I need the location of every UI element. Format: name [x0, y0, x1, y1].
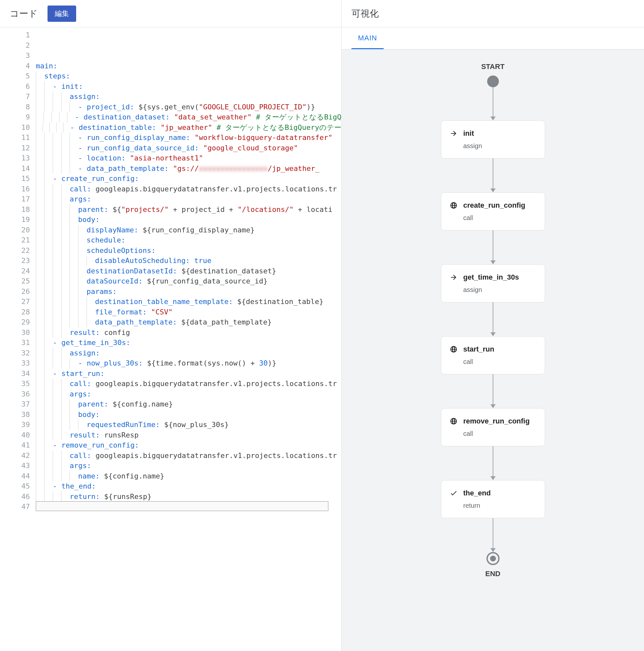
code-line[interactable]: - run_config_data_source_id: "google_clo… — [36, 143, 341, 153]
code-line[interactable]: body: — [36, 409, 341, 420]
code-line[interactable]: file_format: "CSV" — [36, 307, 341, 317]
code-panel: コード 編集 123456789101112131415161718192021… — [0, 0, 342, 651]
line-number: 41 — [0, 440, 30, 451]
line-number: 18 — [0, 205, 30, 215]
code-line[interactable]: - project_id: ${sys.get_env("GOOGLE_CLOU… — [36, 102, 341, 112]
line-number: 17 — [0, 194, 30, 205]
line-number: 15 — [0, 174, 30, 184]
line-number: 23 — [0, 255, 30, 266]
line-number: 11 — [0, 132, 30, 143]
workflow-node-init[interactable]: initassign — [441, 120, 545, 158]
line-number: 13 — [0, 153, 30, 163]
code-line[interactable]: call: googleapis.bigquerydatatransfer.v1… — [36, 451, 341, 461]
line-number: 16 — [0, 184, 30, 194]
code-line[interactable]: schedule: — [36, 235, 341, 245]
viz-header: 可視化 — [342, 0, 644, 27]
node-title: start_run — [463, 345, 494, 353]
code-line[interactable]: destinationDatasetId: ${destination_data… — [36, 266, 341, 276]
workflow-node-start_run[interactable]: start_runcall — [441, 336, 545, 374]
code-line[interactable]: call: googleapis.bigquerydatatransfer.v1… — [36, 378, 341, 389]
code-line[interactable]: call: googleapis.bigquerydatatransfer.v1… — [36, 184, 341, 194]
code-line[interactable]: result: config — [36, 328, 341, 338]
workflow-node-remove_run_config[interactable]: remove_run_configcall — [441, 408, 545, 446]
code-line[interactable]: return: ${runsResp} — [36, 492, 341, 502]
code-line[interactable]: args: — [36, 461, 341, 471]
line-number: 1 — [0, 30, 30, 40]
code-line[interactable]: params: — [36, 286, 341, 297]
edit-button[interactable]: 編集 — [47, 5, 76, 22]
code-line[interactable]: requestedRunTime: ${now_plus_30s} — [36, 420, 341, 430]
code-line[interactable]: data_path_template: ${data_path_template… — [36, 317, 341, 328]
line-number: 38 — [0, 409, 30, 420]
code-line[interactable]: - destination_dataset: "data_set_weather… — [36, 112, 341, 122]
code-line[interactable]: main: — [36, 61, 341, 71]
node-subtitle: call — [450, 430, 536, 437]
globe-icon — [450, 202, 457, 209]
code-line[interactable]: parent: ${config.name} — [36, 399, 341, 409]
code-line[interactable] — [36, 532, 341, 543]
code-line[interactable]: scheduleOptions: — [36, 245, 341, 256]
cursor-line — [36, 501, 328, 511]
line-number: 34 — [0, 369, 30, 379]
flow-arrow — [493, 158, 493, 192]
line-number: 6 — [0, 82, 30, 92]
code-line[interactable]: args: — [36, 194, 341, 205]
node-title: init — [463, 129, 474, 138]
line-number: 42 — [0, 451, 30, 461]
code-line[interactable]: result: runsResp — [36, 430, 341, 440]
line-number: 45 — [0, 481, 30, 492]
line-number: 19 — [0, 215, 30, 225]
tab-main[interactable]: MAIN — [351, 28, 384, 49]
globe-icon — [450, 345, 457, 353]
code-line[interactable]: displayName: ${run_config_display_name} — [36, 225, 341, 235]
line-number: 29 — [0, 317, 30, 328]
arrow-icon — [450, 273, 457, 281]
workflow-node-get_time_in_30s[interactable]: get_time_in_30sassign — [441, 264, 545, 302]
code-line[interactable]: - now_plus_30s: ${time.format(sys.now() … — [36, 358, 341, 369]
code-line[interactable]: assign: — [36, 91, 341, 102]
code-line[interactable]: - create_run_config: — [36, 174, 341, 184]
code-line[interactable]: - init: — [36, 82, 341, 92]
code-line[interactable]: parent: ${"projects/" + project_id + "/l… — [36, 205, 341, 215]
code-line[interactable] — [36, 512, 341, 522]
code-line[interactable]: - destination_table: "jp_weather" # ターゲッ… — [36, 122, 341, 133]
line-number: 39 — [0, 420, 30, 430]
code-line[interactable]: destination_table_name_template: ${desti… — [36, 297, 341, 307]
flow-arrow — [493, 302, 493, 336]
code-line[interactable]: - data_path_template: "gs://xxxxxxxxxxxx… — [36, 163, 341, 174]
code-line[interactable]: args: — [36, 389, 341, 399]
end-node — [486, 552, 500, 565]
code-line[interactable]: - remove_run_config: — [36, 440, 341, 451]
workflow-node-the_end[interactable]: the_endreturn — [441, 480, 545, 518]
code-line[interactable]: - run_config_display_name: "workflow-big… — [36, 132, 341, 143]
workflow-diagram[interactable]: STARTinitassigncreate_run_configcallget_… — [342, 50, 644, 651]
code-editor[interactable]: 1234567891011121314151617181920212223242… — [0, 27, 341, 651]
code-line[interactable]: steps: — [36, 71, 341, 82]
viz-panel: 可視化 MAIN STARTinitassigncreate_run_confi… — [342, 0, 644, 651]
code-line[interactable]: - get_time_in_30s: — [36, 338, 341, 348]
code-line[interactable]: assign: — [36, 348, 341, 359]
viz-tabs: MAIN — [342, 27, 644, 50]
code-line[interactable]: body: — [36, 215, 341, 225]
code-line[interactable]: dataSourceId: ${run_config_data_source_i… — [36, 276, 341, 286]
code-lines[interactable]: main:steps:- init:assign:- project_id: $… — [36, 27, 341, 651]
line-number: 31 — [0, 338, 30, 348]
line-number: 14 — [0, 163, 30, 174]
line-number: 9 — [0, 112, 30, 122]
line-number: 43 — [0, 461, 30, 471]
line-number: 40 — [0, 430, 30, 440]
code-line[interactable]: name: ${config.name} — [36, 471, 341, 482]
code-line[interactable]: - the_end: — [36, 481, 341, 492]
workflow-node-create_run_config[interactable]: create_run_configcall — [441, 192, 545, 230]
node-title: create_run_config — [463, 201, 525, 210]
copy-icon[interactable] — [319, 32, 328, 42]
line-gutter: 1234567891011121314151617181920212223242… — [0, 27, 36, 651]
code-line[interactable]: - start_run: — [36, 369, 341, 379]
line-number: 35 — [0, 378, 30, 389]
code-line[interactable] — [36, 522, 341, 532]
code-line[interactable]: - location: "asia-northeast1" — [36, 153, 341, 163]
arrow-icon — [450, 129, 457, 137]
code-line[interactable]: disableAutoScheduling: true — [36, 255, 341, 266]
line-number: 4 — [0, 61, 30, 71]
viz-title: 可視化 — [351, 7, 379, 20]
